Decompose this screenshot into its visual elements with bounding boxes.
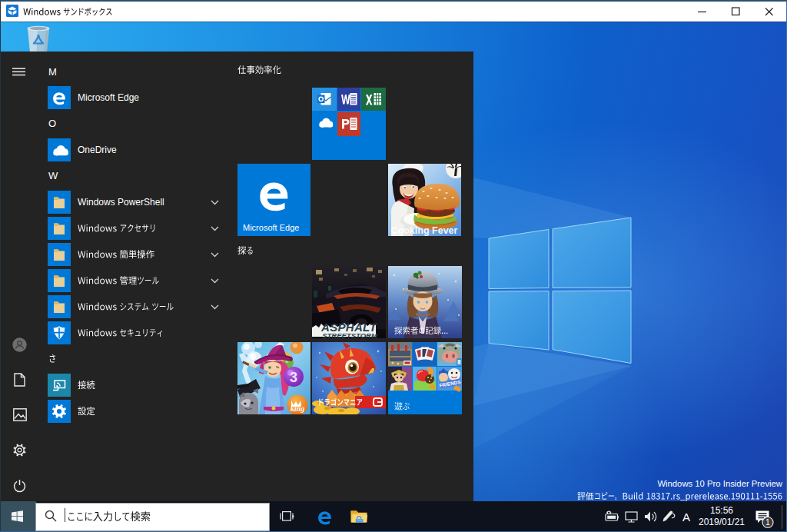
svg-text:3: 3 (290, 370, 297, 385)
svg-text:STREETSTORM: STREETSTORM (322, 331, 378, 339)
svg-text:king: king (291, 404, 304, 413)
svg-text:Cooking Fever: Cooking Fever (391, 225, 458, 236)
svg-text:1: 1 (765, 517, 770, 527)
